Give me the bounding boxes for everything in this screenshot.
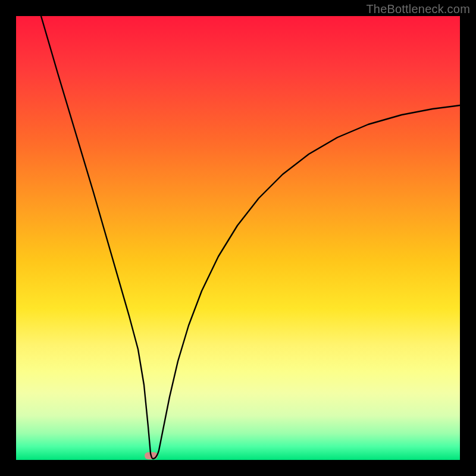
watermark-text: TheBottleneck.com bbox=[366, 2, 470, 16]
plot-area bbox=[16, 16, 460, 460]
bottleneck-curve bbox=[16, 16, 460, 460]
curve-path bbox=[41, 16, 460, 459]
chart-frame: TheBottleneck.com bbox=[0, 0, 476, 476]
